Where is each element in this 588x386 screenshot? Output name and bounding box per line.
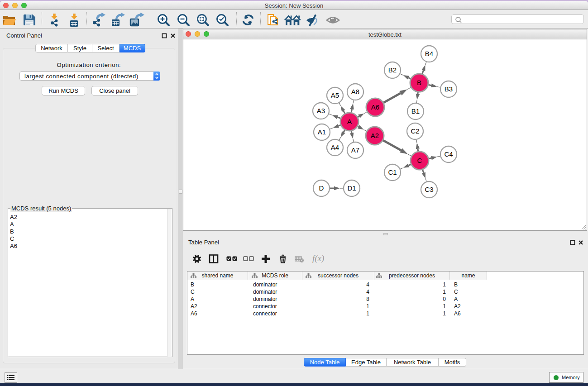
svg-text:A7: A7 bbox=[351, 146, 359, 154]
svg-text:C3: C3 bbox=[425, 186, 433, 193]
svg-text:A8: A8 bbox=[351, 88, 359, 95]
svg-text:B3: B3 bbox=[445, 85, 453, 93]
svg-text:A5: A5 bbox=[331, 91, 339, 99]
svg-text:B1: B1 bbox=[411, 107, 420, 115]
svg-text:B: B bbox=[417, 79, 421, 86]
svg-text:A1: A1 bbox=[318, 128, 326, 136]
svg-text:A3: A3 bbox=[317, 107, 325, 114]
svg-text:A6: A6 bbox=[371, 103, 379, 111]
svg-text:B2: B2 bbox=[388, 66, 397, 74]
svg-text:D1: D1 bbox=[347, 184, 356, 192]
svg-text:C: C bbox=[417, 157, 422, 164]
svg-text:A: A bbox=[347, 118, 352, 125]
svg-text:A4: A4 bbox=[331, 143, 339, 151]
svg-text:C1: C1 bbox=[388, 168, 397, 176]
svg-text:D: D bbox=[319, 184, 324, 192]
svg-text:C4: C4 bbox=[444, 150, 453, 158]
svg-text:C2: C2 bbox=[411, 127, 419, 135]
svg-text:A2: A2 bbox=[371, 132, 379, 139]
svg-text:B4: B4 bbox=[425, 50, 433, 57]
